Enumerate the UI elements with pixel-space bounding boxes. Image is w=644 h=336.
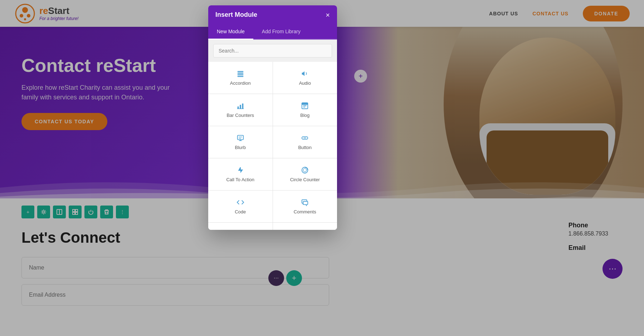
svg-marker-28 bbox=[238, 167, 243, 173]
svg-rect-12 bbox=[238, 71, 244, 72]
accordion-label: Accordion bbox=[230, 80, 251, 86]
module-item-audio[interactable]: Audio bbox=[273, 62, 337, 94]
comments-label: Comments bbox=[294, 209, 316, 214]
blurb-label: Blurb bbox=[235, 145, 246, 150]
modal-close-button[interactable]: × bbox=[326, 11, 330, 19]
svg-rect-23 bbox=[238, 135, 244, 140]
module-item-bar-counters[interactable]: Bar Counters bbox=[208, 94, 273, 126]
svg-rect-22 bbox=[302, 103, 308, 105]
module-grid: Accordion Audio Bar Counters bbox=[208, 62, 337, 230]
call-to-action-label: Call To Action bbox=[226, 177, 254, 182]
blog-icon bbox=[301, 102, 309, 110]
blog-label: Blog bbox=[300, 113, 309, 118]
code-label: Code bbox=[235, 209, 246, 214]
svg-rect-17 bbox=[238, 107, 239, 109]
button-icon bbox=[301, 134, 309, 142]
svg-rect-32 bbox=[303, 201, 308, 204]
modal-tabs: New Module Add From Library bbox=[208, 24, 337, 40]
tab-new-module[interactable]: New Module bbox=[208, 24, 253, 40]
svg-rect-15 bbox=[238, 76, 244, 77]
module-item-blog[interactable]: Blog bbox=[273, 94, 337, 126]
accordion-icon bbox=[236, 70, 244, 78]
svg-marker-16 bbox=[302, 71, 304, 76]
code-icon bbox=[236, 198, 244, 206]
svg-rect-13 bbox=[238, 73, 244, 74]
circle-counter-icon bbox=[301, 166, 309, 174]
module-search-input[interactable] bbox=[213, 44, 332, 58]
module-item-button[interactable]: Button bbox=[273, 126, 337, 158]
module-item-call-to-action[interactable]: Call To Action bbox=[208, 158, 273, 190]
comments-icon bbox=[301, 198, 309, 206]
module-item-accordion[interactable]: Accordion bbox=[208, 62, 273, 94]
bar-counters-icon bbox=[236, 102, 244, 110]
audio-icon bbox=[301, 70, 309, 78]
bar-counters-label: Bar Counters bbox=[226, 113, 254, 118]
svg-point-30 bbox=[303, 168, 307, 172]
module-item-blurb[interactable]: Blurb bbox=[208, 126, 273, 158]
modal-title: Insert Module bbox=[215, 11, 257, 19]
call-to-action-icon bbox=[236, 166, 244, 174]
insert-module-modal: Insert Module × New Module Add From Libr… bbox=[208, 5, 337, 230]
module-item-circle-counter[interactable]: Circle Counter bbox=[273, 158, 337, 190]
tab-add-from-library[interactable]: Add From Library bbox=[253, 24, 309, 40]
audio-label: Audio bbox=[299, 80, 311, 86]
blurb-icon bbox=[236, 134, 244, 142]
svg-rect-14 bbox=[238, 74, 244, 75]
svg-rect-19 bbox=[242, 104, 243, 109]
modal-search-area bbox=[208, 40, 337, 62]
modal-overlay: Insert Module × New Module Add From Libr… bbox=[0, 0, 644, 336]
module-item-contact-form[interactable]: Contact Form bbox=[208, 223, 273, 230]
circle-counter-label: Circle Counter bbox=[290, 177, 320, 182]
modal-header: Insert Module × bbox=[208, 5, 337, 24]
module-item-countdown-timer[interactable]: Countdown Timer bbox=[273, 223, 337, 230]
svg-rect-18 bbox=[240, 105, 241, 109]
button-label: Button bbox=[298, 145, 312, 150]
module-item-code[interactable]: Code bbox=[208, 191, 273, 222]
module-item-comments[interactable]: Comments bbox=[273, 191, 337, 222]
